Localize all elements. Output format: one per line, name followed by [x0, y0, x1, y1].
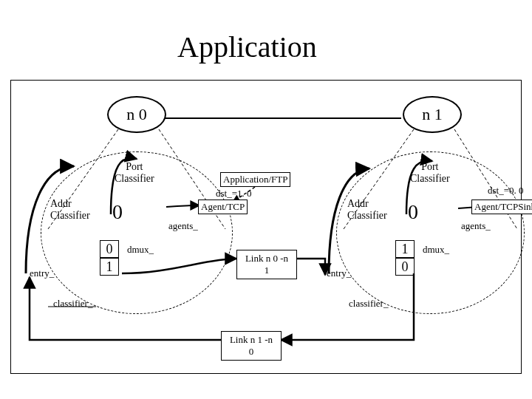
left-classifier-label: classifier_ — [53, 298, 92, 310]
right-addr-classifier-label: Addr Classifier — [347, 198, 387, 222]
left-addr-zero-value: 0 — [112, 200, 123, 224]
left-port-slot-0-value: 0 — [106, 242, 113, 257]
right-dmux-label: dmux_ — [423, 244, 449, 256]
right-classifier-label: classifier_ — [349, 298, 388, 310]
right-addr-zero: 0 — [399, 196, 429, 233]
left-port-slot-0: 0 — [100, 240, 119, 258]
left-entry-label: entry_ — [30, 267, 54, 279]
node-n1-label: n 1 — [422, 105, 443, 124]
left-addr-zero: 0 — [103, 196, 133, 233]
right-port-slot-1: 0 — [395, 258, 415, 276]
left-agent-tcp: Agent/TCP — [198, 200, 248, 214]
right-dst-label: dst_=0. 0 — [488, 185, 524, 197]
right-addr-zero-value: 0 — [408, 200, 418, 224]
left-application-ftp: Application/FTP — [220, 172, 290, 187]
left-addr-classifier-label: Addr Classifier — [50, 198, 90, 222]
right-port-classifier-label: Port Classifier — [410, 161, 450, 185]
link-n0-n1: Link n 0 -n 1 — [236, 250, 297, 279]
right-agents-label: agents_ — [461, 220, 491, 232]
right-agent-tcpsink: Agent/TCPSink — [471, 200, 532, 214]
right-port-slot-0-value: 1 — [402, 242, 409, 257]
left-port-slot-1-value: 1 — [106, 259, 113, 275]
link-n1-n0: Link n 1 -n 0 — [221, 331, 282, 361]
right-port-slot-1-value: 0 — [402, 259, 409, 275]
right-entry-label: entry_ — [327, 267, 351, 279]
left-port-slot-1: 1 — [100, 258, 119, 276]
node-n0: n 0 — [107, 96, 166, 133]
left-dst-label: dst_=1. 0 — [216, 188, 252, 200]
node-n1: n 1 — [403, 96, 462, 133]
right-port-slot-0: 1 — [395, 240, 415, 258]
page-title: Application — [177, 30, 317, 64]
left-agents-label: agents_ — [168, 220, 198, 232]
node-n0-label: n 0 — [126, 105, 147, 124]
left-dmux-label: dmux_ — [127, 244, 154, 256]
left-port-classifier-label: Port Classifier — [115, 161, 154, 185]
